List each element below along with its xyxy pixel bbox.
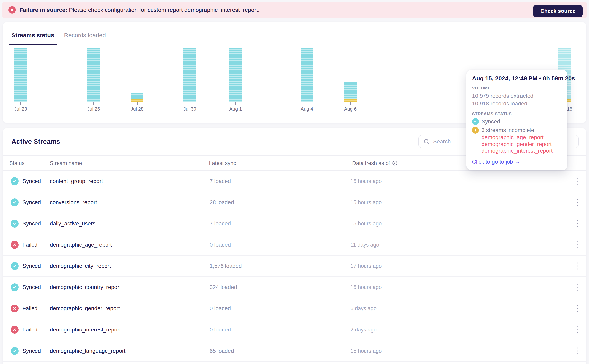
row-menu-button[interactable]	[573, 323, 581, 336]
synced-status-icon	[11, 198, 19, 206]
table-row: Synced demographic_city_report 1,576 loa…	[3, 256, 586, 277]
latest-sync-value: 324 loaded	[210, 284, 237, 290]
axis-tick	[20, 102, 21, 105]
axis-tick	[350, 102, 351, 105]
table-row: Synced demographic_country_report 324 lo…	[3, 277, 586, 298]
status-label: Synced	[22, 199, 41, 206]
check-source-button[interactable]: Check source	[533, 5, 583, 17]
data-fresh-value: 15 hours ago	[350, 284, 382, 290]
clock-icon[interactable]	[392, 160, 398, 166]
stream-name: demographic_city_report	[50, 263, 111, 269]
tab-streams-status[interactable]: Streams status	[9, 32, 57, 45]
table-row: Failed demographic_age_report 0 loaded 1…	[3, 234, 586, 256]
column-header-data-fresh: Data fresh as of	[352, 160, 398, 166]
latest-sync-value: 28 loaded	[210, 199, 234, 206]
warning-icon	[472, 127, 479, 134]
chart-bar-aug-1[interactable]: Aug 1	[229, 48, 242, 102]
stream-name: daily_active_users	[50, 221, 95, 227]
row-menu-button[interactable]	[573, 281, 581, 294]
latest-sync-value: 0 loaded	[210, 305, 231, 312]
latest-sync-value: 7 loaded	[210, 221, 231, 227]
warning-segment	[344, 99, 357, 102]
x-axis-label: Aug 1	[229, 106, 242, 112]
failed-stream-link[interactable]: demographic_interest_report	[482, 148, 560, 154]
column-header-stream-name: Stream name	[50, 160, 82, 166]
x-axis-label: Jul 28	[131, 106, 144, 112]
latest-sync-value: 1,576 loaded	[210, 263, 242, 269]
tab-records-loaded[interactable]: Records loaded	[61, 32, 108, 45]
latest-sync-value: 65 loaded	[210, 348, 234, 354]
data-fresh-value: 15 hours ago	[350, 221, 382, 227]
column-header-data-fresh-label: Data fresh as of	[352, 160, 390, 166]
error-icon	[8, 6, 16, 14]
status-label: Synced	[22, 178, 41, 184]
chart-bar-jul-23[interactable]: Jul 23	[14, 48, 27, 102]
status-label: Synced	[22, 263, 41, 269]
row-menu-button[interactable]	[573, 302, 581, 315]
data-fresh-value: 6 days ago	[350, 305, 377, 312]
row-menu-button[interactable]	[573, 196, 581, 209]
tooltip-volume-label: VOLUME	[472, 86, 560, 91]
data-fresh-value: 15 hours ago	[350, 199, 382, 205]
axis-tick	[137, 102, 138, 105]
row-menu-button[interactable]	[573, 239, 581, 251]
status-label: Synced	[22, 284, 41, 290]
latest-sync-value: 0 loaded	[210, 326, 231, 333]
tooltip-synced-label: Synced	[482, 118, 500, 125]
table-row: Synced daily_active_users 7 loaded 15 ho…	[3, 213, 586, 234]
row-menu-button[interactable]	[573, 175, 581, 188]
status-label: Synced	[22, 221, 41, 227]
table-row: Synced content_group_report 7 loaded 15 …	[3, 171, 586, 192]
x-axis-label: Jul 26	[87, 106, 100, 112]
stream-name: demographic_language_report	[50, 348, 125, 354]
row-menu-button[interactable]	[573, 260, 581, 273]
synced-status-icon	[11, 177, 19, 185]
failed-stream-link[interactable]: demographic_gender_report	[482, 141, 560, 148]
failed-status-icon	[11, 305, 19, 312]
x-axis-label: Aug 4	[301, 106, 313, 112]
table-row: Synced demographic_language_report 65 lo…	[3, 340, 586, 362]
axis-tick	[236, 102, 236, 105]
status-label: Failed	[22, 305, 38, 312]
x-axis-label: Jul 23	[14, 106, 27, 112]
chart-bar-aug-4[interactable]: Aug 4	[301, 48, 313, 102]
row-menu-button[interactable]	[573, 344, 581, 357]
tooltip-failed-streams: demographic_age_reportdemographic_gender…	[482, 134, 560, 154]
failed-stream-link[interactable]: demographic_age_report	[482, 134, 560, 141]
chart-bar-jul-26[interactable]: Jul 26	[87, 48, 100, 102]
latest-sync-value: 7 loaded	[210, 178, 231, 184]
data-fresh-value: 15 hours ago	[350, 348, 382, 354]
axis-tick	[190, 102, 190, 105]
go-to-job-link[interactable]: Click to go to job →	[472, 159, 520, 165]
column-header-latest-sync: Latest sync	[209, 160, 236, 166]
data-fresh-value: 2 days ago	[350, 326, 377, 333]
tooltip-records-loaded: 10,918 records loaded	[472, 100, 560, 107]
data-fresh-value: 11 days ago	[350, 242, 379, 248]
tooltip-title: Aug 15, 2024, 12:49 PM • 8h 59m 20s	[472, 75, 560, 82]
banner-message: Failure in source: Please check configur…	[20, 7, 260, 13]
stream-name: conversions_report	[50, 199, 97, 206]
row-menu-button[interactable]	[573, 217, 581, 230]
status-label: Failed	[22, 242, 38, 248]
table-row: Failed demographic_gender_report 0 loade…	[3, 298, 586, 319]
data-fresh-value: 15 hours ago	[350, 178, 382, 184]
data-fresh-value: 17 hours ago	[350, 263, 382, 269]
search-icon	[423, 138, 430, 145]
failed-status-icon	[11, 326, 19, 334]
sync-tooltip: Aug 15, 2024, 12:49 PM • 8h 59m 20s VOLU…	[466, 70, 567, 170]
warning-segment	[131, 99, 143, 102]
chart-bar-jul-28[interactable]: Jul 28	[131, 48, 143, 102]
status-label: Synced	[22, 348, 41, 354]
chart-bar-jul-30[interactable]: Jul 30	[183, 48, 196, 102]
synced-status-icon	[11, 262, 19, 270]
chart-tabs: Streams status Records loaded	[9, 32, 108, 45]
table-row: Failed demographic_interest_report 0 loa…	[3, 319, 586, 340]
synced-status-icon	[11, 283, 19, 291]
chart-bar-aug-6[interactable]: Aug 6	[344, 48, 357, 102]
synced-status-icon	[11, 347, 19, 355]
tooltip-records-extracted: 10,979 records extracted	[472, 92, 560, 100]
synced-status-icon	[472, 118, 479, 125]
latest-sync-value: 0 loaded	[210, 242, 231, 248]
banner-message-rest: Please check configuration for custom re…	[67, 7, 260, 13]
column-header-status: Status	[9, 160, 25, 166]
